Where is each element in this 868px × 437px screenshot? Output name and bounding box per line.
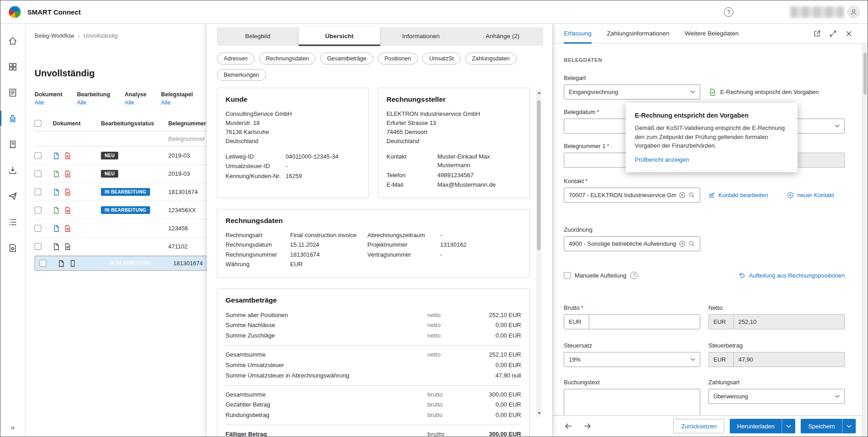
expand-rail-icon[interactable]: » xyxy=(10,423,15,432)
tab-zahlungsinformationen[interactable]: Zahlungsinformationen xyxy=(607,24,669,44)
herunterladen-button[interactable]: Herunterladen xyxy=(730,419,782,433)
open-in-new-icon[interactable] xyxy=(813,30,821,38)
receipt-icon[interactable] xyxy=(7,139,18,150)
tab-informationen[interactable]: Informationen xyxy=(380,27,462,46)
clear-icon[interactable] xyxy=(679,192,686,199)
tab-weitere-belegdaten[interactable]: Weitere Belegdaten xyxy=(685,24,738,44)
close-icon[interactable] xyxy=(845,30,853,38)
document-format-icon[interactable] xyxy=(64,207,71,214)
home-icon[interactable] xyxy=(7,35,18,46)
table-row[interactable]: NEU 2019-03 xyxy=(35,147,209,165)
brutto-input[interactable] xyxy=(589,314,700,329)
table-row[interactable]: NEU 2019-03 xyxy=(35,165,209,183)
document-type-icon[interactable] xyxy=(53,189,60,196)
chevron-down-icon xyxy=(835,124,840,128)
zahlungsart-select[interactable]: Überweisung xyxy=(708,389,845,404)
speichern-dropdown-icon[interactable] xyxy=(842,419,856,433)
table-row[interactable]: IN BEARBEITUNG 181301674 xyxy=(35,183,209,201)
document-type-icon[interactable] xyxy=(53,207,60,214)
filter-analyse[interactable]: Analyse Alle xyxy=(125,91,146,106)
pruefbericht-link[interactable]: Prüfbericht anzeigen xyxy=(635,156,689,163)
filter-dokument[interactable]: Dokument Alle xyxy=(35,91,62,106)
beleg-workflow-icon[interactable] xyxy=(7,113,18,124)
neuer-kontakt-link[interactable]: neuer Kontakt xyxy=(787,192,834,199)
tab-uebersicht[interactable]: Übersicht xyxy=(299,27,381,46)
chip-rechnungsdaten[interactable]: Rechnungsdaten xyxy=(259,53,316,65)
filter-bearbeitung[interactable]: Bearbeitung Alle xyxy=(77,91,110,106)
status-badge: IN BEARBEITUNG xyxy=(106,259,155,267)
search-icon[interactable] xyxy=(688,192,695,199)
app-logo-icon[interactable] xyxy=(9,6,21,18)
row-checkbox[interactable] xyxy=(35,207,41,214)
document-list-icon[interactable] xyxy=(7,87,18,98)
scrollbar-thumb[interactable] xyxy=(537,100,541,250)
next-document-icon[interactable] xyxy=(583,422,592,431)
dashboard-grid-icon[interactable] xyxy=(7,61,18,72)
table-row[interactable]: NEU 123456 xyxy=(35,219,209,238)
status-badge: IN BEARBEITUNG xyxy=(101,188,150,196)
zuordnung-input[interactable]: 4900 - Sonstige betriebliche Aufwendunge… xyxy=(564,236,700,251)
tab-belegbild[interactable]: Belegbild xyxy=(217,27,299,46)
user-avatar[interactable] xyxy=(847,5,860,19)
filter-belegstapel[interactable]: Belegstapel Alle xyxy=(161,91,193,106)
chip-umsatzst[interactable]: UmsatzSt xyxy=(422,53,461,65)
search-icon[interactable] xyxy=(688,240,695,247)
chip-positionen[interactable]: Positionen xyxy=(378,53,418,65)
row-checkbox[interactable] xyxy=(35,225,41,232)
manuelle-aufteilung-checkbox[interactable]: Manuelle Aufteilung ? xyxy=(564,272,637,279)
document-type-icon[interactable] xyxy=(53,170,60,178)
row-checkbox[interactable] xyxy=(35,243,41,250)
previous-document-icon[interactable] xyxy=(564,422,573,431)
row-checkbox[interactable] xyxy=(35,189,41,195)
document-format-icon[interactable] xyxy=(64,170,71,178)
column-belegnummer: Belegnummer xyxy=(168,120,209,127)
speichern-button[interactable]: Speichern xyxy=(801,419,842,433)
select-all-checkbox[interactable] xyxy=(35,120,41,127)
document-type-icon[interactable] xyxy=(53,225,60,232)
chip-bemerkungen[interactable]: Bemerkungen xyxy=(217,69,266,81)
breadcrumb-root[interactable]: Beleg-Workflow xyxy=(35,33,74,39)
document-type-icon[interactable] xyxy=(53,152,60,159)
kontakt-bearbeiten-link[interactable]: Kontakt bearbeiten xyxy=(708,192,768,199)
einvoice-valid-icon[interactable] xyxy=(708,88,717,96)
kontakt-input[interactable]: 70007 - ELEKTRON Industrieservice GmbH xyxy=(564,188,700,203)
document-type-icon[interactable] xyxy=(58,260,65,267)
herunterladen-dropdown-icon[interactable] xyxy=(782,419,795,433)
aufteilung-aus-positionen-link[interactable]: Aufteilung aus Rechnungspositionen xyxy=(739,272,845,279)
expand-panel-icon[interactable] xyxy=(829,30,837,38)
window-scrollbar-thumb[interactable] xyxy=(863,53,867,94)
table-row[interactable]: NEU 471102 xyxy=(35,238,209,256)
table-row-selected[interactable]: IN BEARBEITUNG 181301674 xyxy=(35,256,209,271)
import-icon[interactable] xyxy=(7,165,18,176)
chip-gesamtbetraege[interactable]: Gesamtbeträge xyxy=(320,53,373,65)
document-format-icon[interactable] xyxy=(64,243,71,250)
tab-erfassung[interactable]: Erfassung xyxy=(564,24,592,44)
row-checkbox[interactable] xyxy=(40,260,46,267)
row-checkbox[interactable] xyxy=(35,170,41,177)
document-type-icon[interactable] xyxy=(53,243,60,250)
chip-adressen[interactable]: Adressen xyxy=(217,53,255,65)
document-settings-icon[interactable] xyxy=(7,243,18,253)
zuruecksetzen-button[interactable]: Zurücksetzen xyxy=(673,419,724,433)
buchungstext-textarea[interactable] xyxy=(564,389,700,415)
belegart-select[interactable]: Eingangsrechnung xyxy=(564,84,700,99)
erechnung-tooltip: E-Rechnung entspricht den Vorgaben Gemäß… xyxy=(626,103,798,172)
steuersatz-select[interactable]: 19% xyxy=(564,352,700,367)
send-icon[interactable] xyxy=(7,191,18,202)
list-filters: Dokument Alle Bearbeitung Alle Analyse A… xyxy=(35,91,209,106)
task-list-icon[interactable] xyxy=(7,217,18,228)
document-format-icon[interactable] xyxy=(64,189,71,196)
tab-anhaenge[interactable]: Anhänge (2) xyxy=(462,27,544,46)
help-icon[interactable]: ? xyxy=(724,7,733,17)
document-format-icon[interactable] xyxy=(64,225,71,232)
belegnummer-filter-input[interactable] xyxy=(168,135,209,142)
help-icon[interactable]: ? xyxy=(630,272,637,279)
row-checkbox[interactable] xyxy=(35,152,41,159)
document-format-icon[interactable] xyxy=(69,260,76,267)
scroll-up-icon[interactable] xyxy=(537,91,541,94)
clear-icon[interactable] xyxy=(679,240,686,247)
chip-zahlungsdaten[interactable]: Zahlungsdaten xyxy=(465,53,517,65)
scroll-down-icon[interactable] xyxy=(537,412,541,415)
document-format-icon[interactable] xyxy=(64,152,71,159)
table-row[interactable]: IN BEARBEITUNG 123456XX xyxy=(35,201,209,219)
